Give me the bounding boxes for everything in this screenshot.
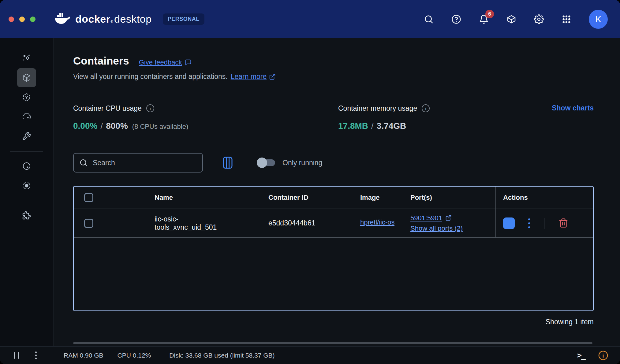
cpu-used-value: 0.00% — [73, 121, 97, 131]
docker-hub-globe-icon — [22, 161, 32, 171]
column-header-container-id[interactable]: Container ID — [232, 194, 324, 202]
show-all-ports-link[interactable]: Show all ports (2) — [410, 225, 495, 232]
show-charts-link[interactable]: Show charts — [552, 104, 594, 112]
sidebar-item-ask-gordon[interactable] — [17, 49, 36, 68]
select-all-checkbox[interactable] — [84, 193, 93, 202]
container-id: e5dd30444b61 — [232, 219, 324, 227]
ram-usage: RAM 0.90 GB — [64, 352, 103, 359]
search-icon — [79, 158, 88, 167]
only-running-toggle[interactable]: Only running — [257, 158, 322, 167]
row-checkbox[interactable] — [84, 219, 93, 228]
column-settings-icon[interactable] — [221, 155, 235, 171]
avatar[interactable]: K — [589, 10, 608, 29]
actions-divider — [544, 218, 544, 229]
sidebar-item-volumes[interactable] — [17, 107, 36, 126]
cpu-usage-stat: Container CPU usage i 0.00% / 800% (8 CP… — [73, 104, 338, 131]
search-input[interactable] — [93, 159, 197, 167]
settings-gear-icon[interactable] — [534, 14, 544, 24]
docker-brand: docker®desktop PERSONAL — [54, 13, 204, 25]
table-empty-area — [74, 238, 593, 310]
stop-container-button[interactable] — [503, 217, 515, 229]
memory-limit-value: 3.74GB — [377, 121, 406, 131]
column-header-actions: Actions — [495, 187, 593, 209]
cpu-usage-label: Container CPU usage — [73, 104, 142, 113]
sidebar-divider — [10, 201, 43, 201]
docker-desktop-window: docker®desktop PERSONAL 6 — [0, 0, 620, 364]
docker-scout-icon — [22, 181, 32, 191]
apps-grid-icon[interactable] — [561, 14, 572, 24]
cpu-note: (8 CPUs available) — [132, 123, 188, 131]
delete-container-icon[interactable] — [558, 218, 569, 228]
maximize-window-button[interactable] — [30, 17, 35, 22]
container-name: iic-osic-tools_xvnc_uid_501 — [134, 215, 232, 232]
table-summary: Showing 1 item — [73, 318, 594, 326]
search-icon[interactable] — [424, 14, 434, 24]
column-header-name[interactable]: Name — [134, 194, 232, 202]
image-link[interactable]: hpretl/iic-os — [360, 218, 394, 226]
containers-table: Name Container ID Image Port(s) Actions … — [73, 186, 594, 311]
svg-text:i: i — [602, 352, 604, 359]
horizontal-scrollbar[interactable] — [73, 342, 592, 344]
learn-more-link[interactable]: Learn more — [231, 72, 276, 81]
external-link-icon — [269, 73, 276, 80]
sidebar-item-builds[interactable] — [17, 127, 36, 146]
learning-center-icon[interactable] — [506, 14, 517, 24]
info-icon[interactable]: i — [421, 104, 430, 113]
sidebar — [0, 38, 54, 346]
page-subtitle: View all your running containers and app… — [73, 72, 594, 81]
sidebar-item-images[interactable] — [17, 88, 36, 107]
minimize-window-button[interactable] — [19, 17, 25, 22]
sidebar-item-docker-scout[interactable] — [17, 176, 36, 195]
table-toolbar: Only running — [73, 153, 594, 173]
port-link[interactable]: 5901:5901 — [410, 214, 442, 222]
close-window-button[interactable] — [9, 17, 14, 22]
info-status-icon[interactable]: i — [598, 350, 608, 361]
titlebar: docker®desktop PERSONAL 6 — [0, 0, 620, 38]
images-icon — [22, 92, 32, 102]
usage-stats: Container CPU usage i 0.00% / 800% (8 CP… — [73, 104, 594, 131]
toggle-switch[interactable] — [257, 158, 276, 167]
memory-used-value: 17.8MB — [338, 121, 368, 131]
puzzle-piece-icon — [22, 210, 32, 220]
column-header-image[interactable]: Image — [324, 194, 404, 202]
notifications-bell-icon[interactable]: 6 — [479, 14, 489, 24]
info-icon[interactable]: i — [146, 104, 155, 113]
svg-text:i: i — [150, 106, 151, 111]
titlebar-actions: 6 K — [424, 10, 608, 29]
table-header-row: Name Container ID Image Port(s) Actions — [74, 187, 593, 209]
personal-plan-badge: PERSONAL — [163, 13, 204, 25]
statusbar-overflow-menu-icon[interactable] — [34, 350, 38, 360]
help-icon[interactable] — [451, 14, 461, 24]
sidebar-item-docker-hub[interactable] — [17, 157, 36, 176]
window-controls — [9, 17, 35, 22]
status-bar: RAM 0.90 GB CPU 0.12% Disk: 33.68 GB use… — [0, 346, 620, 364]
notification-count-badge: 6 — [485, 10, 494, 18]
feedback-chat-icon — [185, 59, 192, 66]
terminal-icon[interactable]: >_ — [577, 351, 585, 360]
cpu-limit-value: 800% — [106, 121, 128, 131]
main-content: Containers Give feedback View all your r… — [54, 38, 620, 346]
column-header-ports[interactable]: Port(s) — [404, 194, 495, 202]
pause-icon[interactable] — [13, 351, 21, 360]
disk-drive-icon — [22, 112, 32, 122]
docker-whale-logo-icon — [54, 13, 70, 25]
cpu-usage: CPU 0.12% — [118, 352, 151, 359]
table-row: iic-osic-tools_xvnc_uid_501 e5dd30444b61… — [74, 209, 593, 238]
disk-usage: Disk: 33.68 GB used (limit 58.37 GB) — [169, 352, 275, 359]
wrench-icon — [22, 132, 32, 141]
external-link-icon — [445, 215, 452, 221]
page-title: Containers — [73, 55, 129, 67]
sidebar-item-extensions[interactable] — [17, 206, 36, 225]
give-feedback-link[interactable]: Give feedback — [139, 58, 192, 66]
row-overflow-menu-icon[interactable] — [527, 217, 531, 229]
memory-usage-stat: Container memory usage i 17.8MB / 3.74GB — [338, 104, 552, 131]
container-cube-icon — [22, 73, 32, 83]
only-running-label: Only running — [282, 159, 322, 167]
sparkles-icon — [22, 53, 32, 63]
svg-text:i: i — [425, 106, 426, 111]
sidebar-divider — [10, 151, 43, 152]
sidebar-item-containers[interactable] — [17, 68, 36, 87]
memory-usage-label: Container memory usage — [338, 104, 417, 113]
docker-desktop-wordmark: docker®desktop — [75, 13, 152, 25]
search-box — [73, 153, 203, 173]
